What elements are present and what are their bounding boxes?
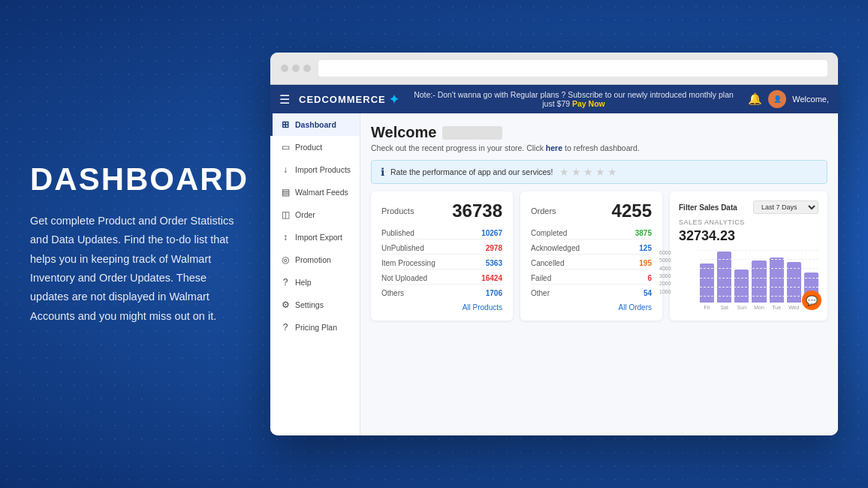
stat-value-item-processing: 5363 xyxy=(486,259,502,267)
stat-row-published: Published 10267 xyxy=(381,227,502,239)
bar-label-tue: Tue xyxy=(772,305,781,310)
rating-text: Rate the performance of app and our serv… xyxy=(390,167,553,176)
sidebar-label-walmart: Walmart Feeds xyxy=(295,188,348,197)
sidebar-label-dashboard: Dashboard xyxy=(295,120,336,129)
bar-group-wed: Wed xyxy=(787,262,801,310)
stat-label-unpublished: UnPublished xyxy=(381,244,424,252)
star-5[interactable]: ★ xyxy=(607,166,617,178)
analytics-value: 32734.23 xyxy=(679,228,818,244)
y-label-6000: 6000 xyxy=(659,250,671,255)
sidebar-label-settings: Settings xyxy=(295,300,324,309)
sidebar-item-pricing[interactable]: ? Pricing Plan xyxy=(270,316,360,339)
stat-label-other-orders: Other xyxy=(531,289,550,297)
analytics-header: Filter Sales Data Last 7 Days Last 30 Da… xyxy=(679,200,818,214)
stat-row-not-uploaded: Not Uploaded 16424 xyxy=(381,273,502,285)
y-label-2000: 2000 xyxy=(659,281,671,286)
orders-total: 4255 xyxy=(612,200,652,221)
sidebar-item-dashboard[interactable]: ⊞ Dashboard xyxy=(270,113,360,136)
bell-icon[interactable]: 🔔 xyxy=(748,92,762,106)
sidebar-item-order[interactable]: ◫ Order xyxy=(270,203,360,226)
bar-label-fri: Fri xyxy=(704,305,710,310)
stat-value-unpublished: 2978 xyxy=(486,244,502,252)
products-header: Products 36738 xyxy=(381,200,502,221)
browser-chrome xyxy=(270,53,838,85)
walmart-feeds-icon: ▤ xyxy=(280,187,291,197)
star-1[interactable]: ★ xyxy=(559,166,569,178)
y-label-1000: 1000 xyxy=(659,289,671,294)
stat-value-published: 10267 xyxy=(481,229,502,237)
bar-sun xyxy=(734,270,749,303)
stats-row: Products 36738 Published 10267 UnPublish… xyxy=(371,191,827,321)
main-content: Welcome Check out the recent progress in… xyxy=(360,113,838,435)
browser-addressbar[interactable] xyxy=(318,60,827,77)
star-2[interactable]: ★ xyxy=(571,166,581,178)
dashboard-icon: ⊞ xyxy=(280,119,291,130)
bar-label-sat: Sat xyxy=(720,305,728,310)
stat-label-failed: Failed xyxy=(531,274,551,282)
y-axis-labels: 6000 5000 4000 3000 2000 1000 xyxy=(659,250,671,297)
sidebar-label-help: Help xyxy=(295,278,312,287)
bar-group-fri: Fri xyxy=(700,264,714,310)
star-rating[interactable]: ★ ★ ★ ★ ★ xyxy=(559,166,617,178)
star-3[interactable]: ★ xyxy=(583,166,593,178)
stat-row-item-processing: Item Processing 5363 xyxy=(381,258,502,270)
browser-dot-green xyxy=(303,65,311,72)
help-icon: ? xyxy=(280,277,291,288)
orders-rows: Completed 3875 Acknowledged 125 Cancelle… xyxy=(531,227,652,299)
settings-icon: ⚙ xyxy=(280,300,291,310)
sidebar-item-import-export[interactable]: ↕ Import Export xyxy=(270,226,360,249)
stat-value-cancelled: 195 xyxy=(639,259,652,267)
logo-text: CEDCOMMERCE xyxy=(299,94,386,105)
sidebar-item-product[interactable]: ▭ Product xyxy=(270,136,360,158)
bar-label-wed: Wed xyxy=(788,305,799,310)
sidebar-item-import-products[interactable]: ↓ Import Products xyxy=(270,158,360,181)
sidebar-label-product: Product xyxy=(295,143,322,152)
bar-label-sun: Sun xyxy=(737,305,746,310)
browser-mockup: ☰ CEDCOMMERCE ✦ Note:- Don't wanna go wi… xyxy=(270,53,838,435)
order-icon: ◫ xyxy=(280,209,291,220)
rating-bar: ℹ Rate the performance of app and our se… xyxy=(371,160,827,184)
y-label-3000: 3000 xyxy=(659,273,671,279)
promotion-icon: ◎ xyxy=(280,255,291,265)
welcome-sub2: to refresh dashboard. xyxy=(565,143,640,152)
stat-row-completed: Completed 3875 xyxy=(531,227,652,239)
orders-label: Orders xyxy=(531,206,556,215)
sidebar-item-help[interactable]: ? Help xyxy=(270,271,360,294)
pay-now-button[interactable]: Pay Now xyxy=(572,99,605,108)
bar-mon xyxy=(752,261,766,303)
app-layout: ⊞ Dashboard ▭ Product ↓ Import Products … xyxy=(270,113,838,435)
y-label-5000: 5000 xyxy=(659,258,671,263)
bar-group-tue: Tue xyxy=(770,258,784,310)
browser-dot-yellow xyxy=(292,65,300,72)
y-label-4000: 4000 xyxy=(659,266,671,271)
bar-group-mon: Mon xyxy=(752,261,766,310)
app-logo: CEDCOMMERCE ✦ xyxy=(299,92,399,107)
stat-value-others-products: 1706 xyxy=(486,289,502,297)
all-orders-link[interactable]: All Orders xyxy=(531,303,652,312)
bar-group-sun: Sun xyxy=(734,270,749,310)
chart-wrapper: 6000 5000 4000 3000 2000 1000 xyxy=(679,250,818,310)
logo-spark-icon: ✦ xyxy=(389,92,399,107)
stat-row-acknowledged: Acknowledged 125 xyxy=(531,242,652,255)
avatar: 👤 xyxy=(768,90,786,108)
refresh-link[interactable]: here xyxy=(546,143,562,152)
sidebar-item-settings[interactable]: ⚙ Settings xyxy=(270,294,360,316)
filter-dropdown[interactable]: Last 7 Days Last 30 Days Last 90 Days xyxy=(753,200,818,214)
sidebar-item-promotion[interactable]: ◎ Promotion xyxy=(270,249,360,271)
stat-label-acknowledged: Acknowledged xyxy=(531,244,580,252)
all-products-link[interactable]: All Products xyxy=(381,303,502,312)
analytics-card: Filter Sales Data Last 7 Days Last 30 Da… xyxy=(670,191,827,321)
star-4[interactable]: ★ xyxy=(595,166,605,178)
bar-fri xyxy=(700,264,714,303)
welcome-heading: Welcome xyxy=(371,124,827,141)
sidebar-item-walmart-feeds[interactable]: ▤ Walmart Feeds xyxy=(270,181,360,203)
sidebar-label-import: Import Products xyxy=(295,165,351,174)
stat-row-failed: Failed 6 xyxy=(531,273,652,285)
products-card: Products 36738 Published 10267 UnPublish… xyxy=(371,191,513,321)
hamburger-icon[interactable]: ☰ xyxy=(279,92,290,107)
stat-label-completed: Completed xyxy=(531,229,567,237)
welcome-subtitle: Check out the recent progress in your st… xyxy=(371,143,827,152)
chat-bubble[interactable]: 💬 xyxy=(802,291,821,310)
stat-value-acknowledged: 125 xyxy=(639,244,652,252)
sidebar-label-promotion: Promotion xyxy=(295,255,331,264)
